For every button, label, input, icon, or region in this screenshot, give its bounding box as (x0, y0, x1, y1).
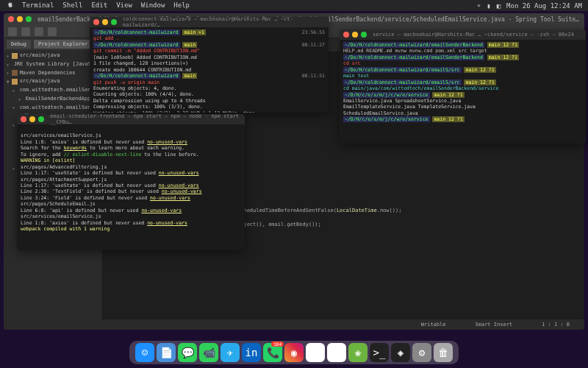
dock-telegram[interactable]: ✈ (220, 343, 240, 362)
run-icon[interactable] (48, 27, 57, 36)
status-pos: 1 : 1 : 0 (542, 322, 570, 328)
close-icon[interactable] (8, 16, 14, 22)
maximize-icon[interactable] (26, 16, 32, 22)
dock-terminal[interactable]: >_ (370, 343, 389, 362)
close-icon[interactable] (21, 116, 26, 122)
tab-debug[interactable]: Debug (7, 40, 31, 49)
close-icon[interactable] (343, 32, 349, 38)
control-center-icon[interactable]: ◧ (497, 2, 501, 10)
dock-settings[interactable]: ⚙ (412, 343, 431, 362)
dock-notion[interactable]: N (327, 343, 346, 362)
minimize-icon[interactable] (17, 16, 23, 22)
dock-preview[interactable]: 📄 (157, 343, 176, 362)
macos-menubar: Terminal Shell Edit View Window Help ⌔ ▮… (0, 0, 588, 11)
terminal-output: ~/De/H/coldconnect-mailwizard/emailSende… (340, 40, 586, 125)
tree-item[interactable]: ▸com.wittedtech.emailSenderBackend (5, 86, 101, 95)
minimize-icon[interactable] (352, 32, 358, 38)
menu-view[interactable]: View (116, 1, 132, 10)
new-icon[interactable] (8, 27, 17, 36)
debug-icon[interactable] (35, 27, 43, 36)
menubar-app[interactable]: Terminal (22, 1, 54, 10)
close-icon[interactable] (93, 19, 99, 25)
minimize-icon[interactable] (102, 19, 108, 25)
tree-item[interactable]: ▸src/main/java (5, 52, 101, 60)
dock-finder[interactable]: ☺ (135, 343, 154, 362)
terminal-output: src/services/emailService.js Line 1:8: '… (17, 124, 245, 234)
dock-spring[interactable]: ❀ (348, 343, 368, 362)
dock-messages[interactable]: 💬 (178, 343, 197, 362)
tab-project-explorer[interactable]: Project Explorer (34, 40, 92, 49)
maximize-icon[interactable] (38, 116, 44, 122)
terminal-title: email-scheduler-frontend — npm start — n… (50, 114, 241, 125)
menu-edit[interactable]: Edit (91, 1, 107, 10)
dock-linkedin[interactable]: in (242, 343, 261, 362)
battery-icon[interactable]: ▮ (487, 2, 490, 10)
dock-trash[interactable]: 🗑 (434, 343, 453, 362)
macos-dock: ☺📄💬📹✈in📞104◉◉N❀>_◈⚙🗑 (129, 341, 459, 364)
menu-help[interactable]: Help (173, 1, 190, 10)
terminal-npm[interactable]: email-scheduler-frontend — npm start — n… (17, 114, 245, 250)
ide-statusbar: Writable Smart Insert 1 : 1 : 0 (4, 319, 584, 330)
menu-shell[interactable]: Shell (62, 1, 82, 10)
maximize-icon[interactable] (361, 32, 367, 38)
terminal-git[interactable]: coldconnect-mailwizard — macbookair@Hars… (90, 17, 329, 113)
terminal-service[interactable]: service — macbookair@Harshits-Mac … ~cke… (340, 29, 586, 144)
tree-item[interactable]: ▼src/main/java (5, 77, 101, 86)
status-writable: Writable (421, 322, 446, 328)
dock-resolve[interactable]: ◈ (391, 343, 410, 362)
tree-item[interactable]: ▸EmailSenderBackendApplic (5, 95, 101, 104)
dock-chrome[interactable]: ◉ (306, 343, 325, 362)
dock-whatsapp[interactable]: 📞104 (263, 343, 282, 362)
tree-item[interactable]: ▸Maven Dependencies (5, 69, 101, 78)
minimize-icon[interactable] (29, 116, 35, 122)
apple-icon[interactable] (6, 1, 13, 10)
dock-instagram[interactable]: ◉ (284, 343, 304, 362)
save-icon[interactable] (21, 27, 30, 36)
tree-item[interactable]: ▸com.wittedtech.emailSenderBackend (5, 104, 101, 113)
terminal-title: service — macbookair@Harshits-Mac … ~cke… (373, 32, 574, 38)
maximize-icon[interactable] (111, 19, 117, 25)
terminal-title: coldconnect-mailwizard — macbookair@Hars… (123, 17, 325, 28)
menu-window[interactable]: Window (141, 1, 165, 10)
datetime[interactable]: Mon 26 Aug 12:24 AM (506, 2, 582, 10)
tree-item[interactable]: ▸JRE System Library [JavaSE-17] (5, 60, 101, 69)
status-insert: Smart Insert (475, 322, 512, 328)
dock-facetime[interactable]: 📹 (199, 343, 218, 362)
wifi-icon[interactable]: ⌔ (477, 2, 481, 10)
